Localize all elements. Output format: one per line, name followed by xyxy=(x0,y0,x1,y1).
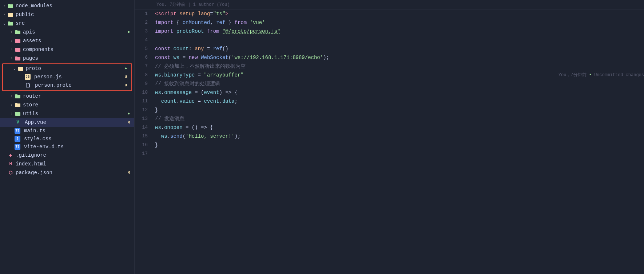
arrow-icon: › xyxy=(9,94,15,98)
line-code: import protoRoot from "@/proto/person.js… xyxy=(154,27,644,36)
proto-box: ⌄ proto ● JS person.js U person.proto U xyxy=(2,63,132,91)
sidebar-item-src[interactable]: ⌄ src xyxy=(0,19,134,28)
svg-rect-3 xyxy=(8,13,10,13)
line-number: 14 xyxy=(135,123,154,132)
sidebar-item-label: index.html xyxy=(16,161,134,167)
folder-components-icon xyxy=(15,46,21,53)
status-badge: ● xyxy=(124,66,127,71)
sidebar-item-person-js[interactable]: JS person.js U xyxy=(3,73,131,81)
sidebar-item-apis[interactable]: › apis ● xyxy=(0,28,134,36)
css-file-icon: 3 xyxy=(15,136,20,142)
code-line-4: 4 xyxy=(135,36,644,44)
line-number: 11 xyxy=(135,97,154,106)
line-number: 12 xyxy=(135,106,154,114)
svg-rect-4 xyxy=(8,22,13,26)
folder-icon xyxy=(7,3,14,9)
line-number: 1 xyxy=(135,9,154,18)
svg-rect-11 xyxy=(15,48,17,48)
blame-header: You, 7分钟前 | 1 author (You) xyxy=(135,0,644,9)
sidebar-item-label: router xyxy=(23,93,134,99)
sidebar-item-node_modules[interactable]: › node_modules xyxy=(0,1,134,10)
sidebar-item-label: public xyxy=(16,12,134,17)
svg-rect-9 xyxy=(15,39,17,40)
svg-rect-5 xyxy=(8,21,10,22)
line-code xyxy=(154,36,644,44)
sidebar-item-index-html[interactable]: H index.html xyxy=(0,160,134,168)
blame-header-text: You, 7分钟前 | 1 author (You) xyxy=(156,1,230,8)
arrow-icon: › xyxy=(9,112,15,116)
sidebar-item-label: pages xyxy=(23,55,134,61)
ts-file-icon: TS xyxy=(15,128,20,134)
html-file-icon: H xyxy=(7,161,14,167)
code-line-1: 1 <script setup lang="ts"> xyxy=(135,9,644,18)
code-line-14: 14 ws.onopen = () => { xyxy=(135,123,644,132)
line-number: 8 xyxy=(135,71,154,79)
arrow-icon: › xyxy=(9,39,15,43)
sidebar-item-label: person.proto xyxy=(35,82,80,88)
folder-pages-icon xyxy=(15,55,21,62)
sidebar-item-pages[interactable]: › pages xyxy=(0,54,134,63)
sidebar-item-package-json[interactable]: ⬡ package.json M xyxy=(0,168,134,177)
npm-icon: ⬡ xyxy=(7,169,14,176)
svg-rect-22 xyxy=(15,112,17,113)
folder-utils-icon xyxy=(15,110,21,117)
arrow-icon: › xyxy=(9,56,15,60)
line-code: const ws = new WebSocket('ws://192.168.1… xyxy=(154,53,644,62)
svg-rect-0 xyxy=(8,4,13,8)
sidebar-item-label: proto xyxy=(26,66,75,71)
sidebar-item-proto[interactable]: ⌄ proto ● xyxy=(3,64,131,73)
sidebar-item-label: App.vue xyxy=(25,120,76,125)
sidebar-item-label: style.css xyxy=(24,136,134,142)
sidebar-item-utils[interactable]: › utils ● xyxy=(0,109,134,118)
status-badge: ● xyxy=(127,30,130,34)
code-line-17: 17 xyxy=(135,149,644,158)
blame-annotation: You，7分钟前 • Uncommitted changes xyxy=(551,71,644,79)
line-code: ws.send('Hello, server!'); xyxy=(154,132,644,141)
sidebar-item-label: vite-env.d.ts xyxy=(24,144,134,150)
sidebar-item-gitignore[interactable]: ◆ .gitignore xyxy=(0,151,134,160)
sidebar-item-label: node_modules xyxy=(16,3,134,9)
sidebar-item-components[interactable]: › components xyxy=(0,45,134,54)
code-line-12: 12 } xyxy=(135,106,644,114)
sidebar-item-store[interactable]: › store xyxy=(0,101,134,109)
arrow-icon: ⌄ xyxy=(12,66,17,71)
line-code: } xyxy=(154,106,644,114)
svg-rect-14 xyxy=(18,67,23,71)
file-explorer: › node_modules › public ⌄ src › apis ● › xyxy=(0,0,135,274)
git-icon: ◆ xyxy=(7,152,14,158)
sidebar-item-app-vue[interactable]: V App.vue M xyxy=(0,118,134,127)
line-code: <script setup lang="ts"> xyxy=(154,9,644,18)
status-badge: ● xyxy=(127,111,130,116)
svg-rect-19 xyxy=(15,103,20,107)
svg-rect-2 xyxy=(8,13,13,17)
sidebar-item-label: store xyxy=(23,102,134,108)
code-line-8: 8 ws.binaryType = "arraybuffer" You，7分钟前… xyxy=(135,71,644,79)
svg-rect-7 xyxy=(15,30,17,31)
sidebar-item-label: .gitignore xyxy=(16,152,134,158)
sidebar-item-vite-env[interactable]: TS vite-env.d.ts xyxy=(0,143,134,151)
arrow-icon: › xyxy=(9,103,15,107)
line-code: ws.onmessage = (event) => { xyxy=(154,88,644,97)
code-line-11: 11 count.value = event.data; xyxy=(135,97,644,106)
code-editor[interactable]: You, 7分钟前 | 1 author (You) 1 <script set… xyxy=(135,0,644,274)
svg-rect-18 xyxy=(15,94,17,95)
arrow-icon: › xyxy=(1,13,7,17)
line-number: 17 xyxy=(135,149,154,158)
sidebar-item-style-css[interactable]: 3 style.css xyxy=(0,135,134,143)
sidebar-item-router[interactable]: › router xyxy=(0,92,134,101)
sidebar-item-assets[interactable]: › assets xyxy=(0,36,134,45)
line-code xyxy=(154,149,644,158)
sidebar-item-person-proto[interactable]: person.proto U xyxy=(3,81,131,90)
arrow-icon: › xyxy=(9,30,15,34)
svg-rect-15 xyxy=(18,67,20,67)
status-badge: M xyxy=(127,171,130,175)
sidebar-item-public[interactable]: › public xyxy=(0,10,134,19)
sidebar-item-main-ts[interactable]: TS main.ts xyxy=(0,127,134,135)
folder-icon xyxy=(7,11,14,18)
code-line-3: 3 import protoRoot from "@/proto/person.… xyxy=(135,27,644,36)
arrow-icon: ⌄ xyxy=(1,21,7,26)
sidebar-item-label: utils xyxy=(23,111,75,117)
line-number: 13 xyxy=(135,114,154,123)
line-code: import { onMounted, ref } from 'vue' xyxy=(154,18,644,27)
line-code: // 必须加上，不然解析出来的数据为空 xyxy=(154,62,644,71)
